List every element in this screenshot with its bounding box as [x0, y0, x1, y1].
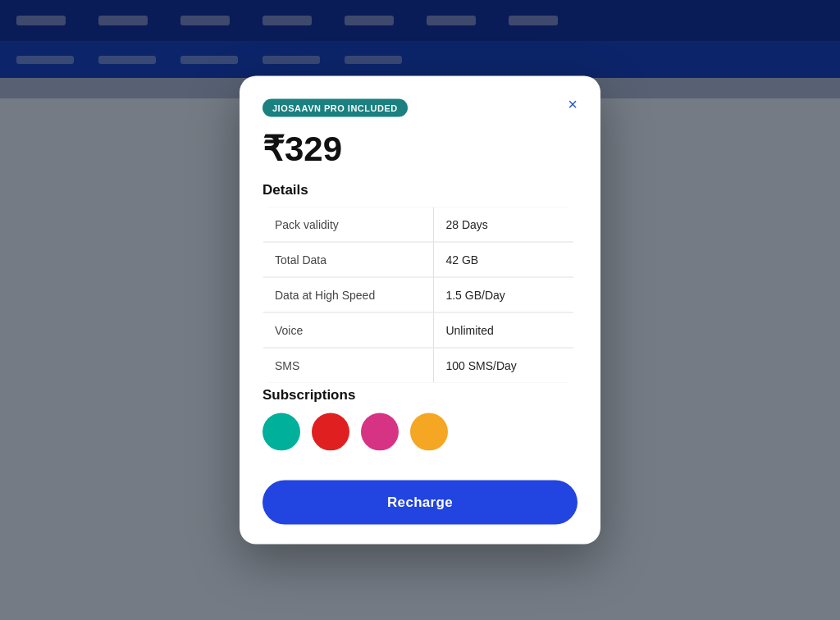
row-value: 1.5 GB/Day [434, 277, 574, 312]
subscriptions-title: Subscriptions [262, 387, 574, 403]
subscription-icon-app4 [410, 413, 448, 451]
row-label: Voice [263, 312, 434, 348]
subscription-icon-jiosaavn [262, 413, 300, 451]
subscription-icon-zee5 [312, 413, 349, 451]
subscription-icons-list [262, 413, 574, 451]
recharge-button[interactable]: Recharge [262, 481, 578, 525]
subscriptions-section: Subscriptions [262, 387, 574, 451]
row-label: Pack validity [263, 207, 434, 242]
table-row: Total Data 42 GB [263, 242, 574, 277]
table-row: SMS 100 SMS/Day [263, 348, 574, 383]
plan-detail-modal: × JIOSAAVN PRO INCLUDED ₹329 Details Pac… [240, 76, 600, 545]
plan-price: ₹329 [262, 129, 578, 169]
close-button[interactable]: × [559, 91, 586, 117]
row-value: 28 Days [434, 207, 574, 242]
details-table: Pack validity 28 Days Total Data 42 GB D… [262, 207, 574, 384]
row-label: SMS [263, 348, 434, 383]
row-value: 100 SMS/Day [434, 348, 574, 383]
details-section-title: Details [262, 182, 578, 198]
row-value: 42 GB [434, 242, 574, 277]
details-scroll-area[interactable]: Pack validity 28 Days Total Data 42 GB D… [262, 207, 578, 451]
subscription-icon-app3 [361, 413, 399, 451]
close-icon: × [568, 94, 578, 113]
row-label: Data at High Speed [263, 277, 434, 312]
row-label: Total Data [263, 242, 434, 277]
row-value: Unlimited [434, 312, 574, 348]
table-row: Data at High Speed 1.5 GB/Day [263, 277, 574, 312]
jiosaavn-badge: JIOSAAVN PRO INCLUDED [262, 99, 408, 117]
table-row: Voice Unlimited [263, 312, 574, 348]
table-row: Pack validity 28 Days [263, 207, 574, 242]
